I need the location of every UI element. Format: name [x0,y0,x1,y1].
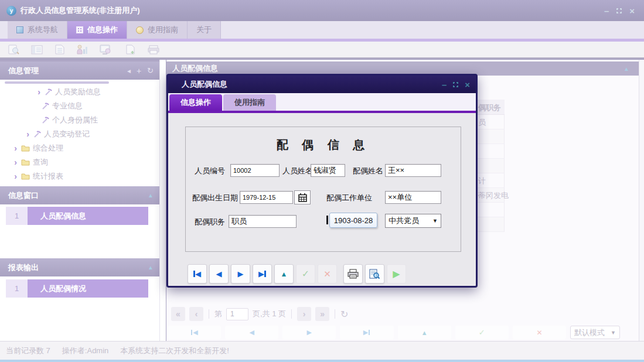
chevron-down-icon: ▼ [432,218,438,224]
report-output-item[interactable]: 1 人员配偶情况 [6,279,148,298]
edit-record-button[interactable]: ▲ [398,326,451,339]
tree-item-comprehensive[interactable]: › 综合处理 [0,141,159,155]
spouse-job-field[interactable] [229,215,297,228]
confirm-button[interactable]: ✓ [296,264,315,284]
tree-item-reports[interactable]: › 统计报表 [0,169,159,183]
panel-header-info-management[interactable]: 信息管理 ◂ + ↻ [0,62,159,80]
chevron-right-icon[interactable]: › [25,129,30,139]
tab-user-guide[interactable]: 使用指南 [127,21,188,39]
tree-item-changes[interactable]: › 人员变动登记 [0,127,159,141]
window-titlebar: y 行政人员信息管理系统(非注册用户) – × [0,0,644,21]
spouse-workunit-field[interactable] [385,191,441,204]
last-page-button[interactable]: » [315,307,329,321]
pagination-bar: « ‹ 第 页,共 1 页 › » ↻ [171,306,348,322]
form-list-icon[interactable] [28,43,46,57]
run-button[interactable]: ▶ [387,264,406,284]
collapse-up-icon[interactable]: ▲ [623,66,629,72]
last-record-button[interactable]: ▶ [340,326,393,339]
first-record-button[interactable]: ◀ [188,264,207,284]
dialog-titlebar[interactable]: 人员配偶信息 – × [168,76,476,93]
tab-about[interactable]: 关于 [188,21,221,39]
info-window-item[interactable]: 1 人员配偶信息 [6,207,148,225]
record-count-label: 当前记录数 7 [6,346,50,356]
chevron-right-icon[interactable]: › [13,158,18,167]
person-chart-icon[interactable] [74,43,91,57]
item-label: 人员配偶信息 [28,207,148,225]
content-scrollbar[interactable] [639,60,644,341]
sidebar-scrollbar[interactable] [159,60,166,341]
first-record-button[interactable]: ◀ [168,326,221,339]
tree-item-label: 查询 [33,157,48,168]
cancel-button[interactable]: ✕ [318,264,337,284]
tree-item-query[interactable]: › 查询 [0,155,159,169]
printer-icon[interactable] [145,43,162,57]
chevron-right-icon[interactable]: › [13,144,18,153]
tree-item-awards[interactable]: › 人员奖励信息 [0,85,159,99]
record-nav-bar: ◀ ◀ ▶ ▶ ▲ ✓ ✕ 默认模式 ▼ [168,326,620,339]
last-record-button[interactable]: ▶ [253,264,272,284]
refresh-icon[interactable]: ↻ [340,309,348,320]
new-document-icon[interactable] [122,43,139,57]
dialog-minimize-icon[interactable]: – [442,80,447,90]
print-preview-button[interactable] [365,264,384,284]
tree-item-label: 人员变动登记 [44,129,90,139]
tab-system-nav[interactable]: 系统导航 [8,21,67,39]
page-number-input[interactable] [226,308,248,320]
minimize-icon[interactable]: – [604,6,609,16]
panel-header-info-window[interactable]: 信息窗口 ▲ [0,186,159,204]
sidebar: 信息管理 ◂ + ↻ › 人员奖励信息 专业信息 [0,60,166,341]
person-id-field[interactable] [230,164,280,177]
next-record-button[interactable]: ▶ [282,326,336,339]
dialog-tab-info-operation[interactable]: 信息操作 [169,94,222,111]
tab-label: 系统导航 [28,25,58,35]
spouse-birth-field[interactable] [240,191,293,204]
prev-record-button[interactable]: ◀ [209,264,229,284]
person-name-label: 人员姓名 [282,166,313,176]
tree-item-identity[interactable]: 个人身份属性 [0,113,159,127]
prev-page-button[interactable]: ‹ [189,307,203,321]
collapse-left-icon[interactable]: ◂ [127,67,131,75]
tree-item-major[interactable]: 专业信息 [0,99,159,113]
tab-info-operation[interactable]: 信息操作 [67,21,127,39]
spouse-name-field[interactable] [385,164,441,177]
dialog-close-icon[interactable]: × [465,80,470,90]
next-record-button[interactable]: ▶ [231,264,250,284]
tab-label: 使用指南 [148,25,178,35]
spouse-birth-label: 配偶出生日期 [192,193,238,203]
first-page-button[interactable]: « [171,307,185,321]
page-prefix-label: 第 [214,309,222,319]
status-bar: 当前记录数 7 操作者:Admin 本系统支持二次开发和全新开发! [0,341,644,360]
grid-icon [76,26,83,33]
person-name-field[interactable] [311,164,345,177]
panel-title: 信息管理 [8,66,39,76]
confirm-button[interactable]: ✓ [455,326,509,339]
prev-record-button[interactable]: ◀ [225,326,278,339]
refresh-icon[interactable]: ↻ [147,66,154,75]
collapse-up-icon[interactable]: ▲ [148,264,154,271]
folder-icon [21,159,30,166]
maximize-icon[interactable] [616,8,622,13]
mode-select[interactable]: 默认模式 ▼ [570,326,620,339]
horizontal-scrollbar[interactable] [5,81,109,84]
tree-item-label: 人员奖励信息 [55,87,101,97]
search-icon[interactable] [5,43,23,57]
cancel-button[interactable]: ✕ [513,326,566,339]
panel-header-report-output[interactable]: 报表输出 ▲ [0,258,159,276]
add-icon[interactable]: + [137,66,141,76]
spouse-politics-select[interactable]: 中共党员 ▼ [385,214,441,228]
dialog-tab-user-guide[interactable]: 使用指南 [223,94,276,111]
monitor-icon[interactable] [97,43,114,57]
tree-item-label: 统计报表 [33,171,63,182]
next-page-button[interactable]: › [297,307,311,321]
edit-record-button[interactable]: ▲ [274,264,294,284]
document-icon[interactable] [51,43,69,57]
chevron-right-icon[interactable]: › [36,87,42,97]
collapse-up-icon[interactable]: ▲ [148,192,154,199]
close-icon[interactable]: × [629,6,635,16]
help-icon [136,26,144,34]
dialog-maximize-icon[interactable] [453,82,458,87]
panel-title: 信息窗口 [8,190,39,201]
print-button[interactable] [343,264,363,284]
calendar-button[interactable] [294,190,311,204]
chevron-right-icon[interactable]: › [13,172,18,181]
